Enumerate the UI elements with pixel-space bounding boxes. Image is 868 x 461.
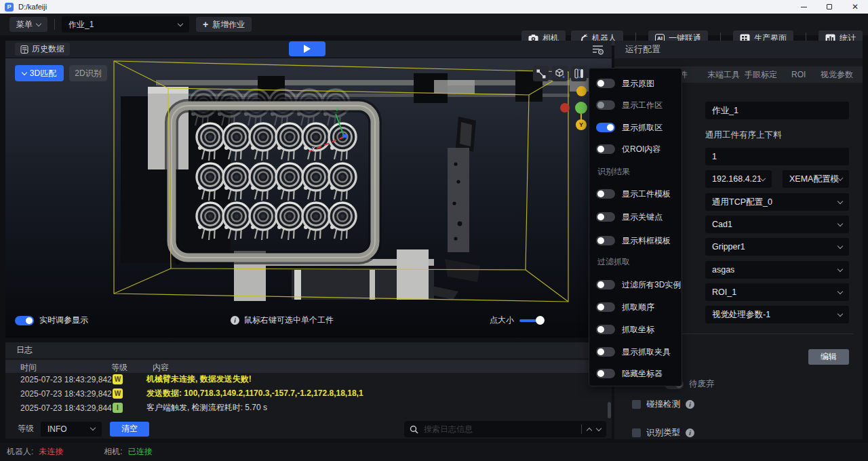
slider-thumb[interactable] (536, 316, 545, 325)
status-bar: 机器人: 未连接 相机: 已连接 (0, 443, 868, 461)
workpiece-coils (197, 123, 356, 240)
play-button[interactable] (289, 41, 326, 56)
gizmo-axis-dot[interactable] (560, 103, 570, 113)
collision-checkbox[interactable] (632, 400, 641, 409)
recognition-type-checkbox[interactable] (632, 428, 641, 437)
log-row[interactable]: 2025-07-23 18:43:29,844 I 客户端触发, 检测流程耗时:… (5, 401, 602, 415)
tab-hand-eye-calibration[interactable]: 手眼标定 (745, 69, 777, 81)
mode-2d-recognition-label: 2D识别 (75, 68, 101, 79)
toggle-row: 抓取坐标 (596, 323, 654, 336)
run-config-title: 运行配置 (625, 43, 660, 56)
show-bin-template-toggle[interactable] (596, 236, 615, 245)
camera-status-label: 相机: (104, 446, 122, 458)
next-match-button[interactable] (596, 425, 601, 430)
add-cube-button[interactable] (552, 66, 568, 81)
tcp-config-select[interactable]: 通用TCP配置_0 (705, 193, 849, 211)
show-grasp-region-toggle[interactable] (596, 123, 615, 132)
search-icon (410, 425, 418, 434)
display-settings-button[interactable] (591, 43, 605, 58)
realtime-tuning-label: 实时调参显示 (39, 315, 88, 326)
mode-3d-match-button[interactable]: 3D匹配 (15, 65, 64, 81)
gizmo-axis-dot[interactable] (576, 86, 587, 96)
recognition-type-label: 识别类型 (646, 427, 680, 439)
log-content: 发送数据: 100,718.3,149.2,1170.3,-157.7,-1.2… (146, 388, 363, 399)
tab-roi[interactable]: ROI (791, 70, 806, 79)
prev-match-button[interactable] (587, 427, 592, 433)
measure-tool-button[interactable] (533, 66, 549, 81)
ip-select[interactable]: 192.168.4.211 (705, 170, 772, 188)
info-icon[interactable]: i (686, 400, 694, 409)
warning-badge: W (113, 388, 123, 399)
edit-button[interactable]: 编辑 (808, 349, 849, 365)
chevron-down-icon (90, 425, 96, 430)
show-gripper-toggle[interactable] (596, 347, 615, 357)
log-scrollbar[interactable] (608, 402, 611, 418)
gizmo-y-axis-dot[interactable]: Y (576, 119, 587, 130)
history-data-label: 历史数据 (32, 43, 64, 55)
chevron-down-icon (837, 198, 843, 203)
roi-select[interactable]: ROI_1 (705, 283, 849, 301)
gripper-select[interactable]: Gripper1 (705, 238, 849, 256)
show-part-template-toggle[interactable] (596, 189, 615, 199)
mirror-view-button[interactable] (571, 66, 587, 81)
cad-select[interactable]: Cad1 (705, 216, 849, 233)
svg-text:Y: Y (335, 106, 339, 113)
job-name-input[interactable]: 作业_1 (705, 102, 849, 119)
tcp-config-value: 通用TCP配置_0 (712, 197, 772, 208)
log-row[interactable]: 2025-07-23 18:43:29,842 W 机械臂未连接, 数据发送失败… (5, 372, 602, 386)
window-title: D:/kafeiji (18, 3, 47, 11)
toggle-row: 显示抓取区 (596, 121, 663, 134)
tab-end-tool[interactable]: 末端工具 (707, 69, 740, 81)
count-input[interactable]: 1 (705, 148, 849, 165)
mode-2d-recognition-button[interactable]: 2D识别 (69, 65, 107, 81)
clear-log-button[interactable]: 清空 (110, 422, 149, 437)
gizmo-axis-dot[interactable] (575, 102, 587, 114)
close-button[interactable]: ✕ (842, 0, 868, 14)
chevron-down-icon (178, 20, 183, 26)
minimize-button[interactable] (791, 0, 816, 14)
hide-axes-toggle[interactable] (596, 369, 615, 378)
chevron-down-icon (837, 243, 843, 248)
realtime-tuning-row: 实时调参显示 (15, 315, 88, 326)
recognition-results-header: 识别结果 (597, 166, 630, 178)
material-value: asgas (712, 265, 734, 275)
roi-only-toggle[interactable] (596, 144, 615, 154)
log-row[interactable]: 2025-07-23 18:43:29,842 W 发送数据: 100,718.… (5, 386, 602, 401)
show-original-toggle[interactable] (596, 79, 615, 88)
vision-param-select[interactable]: 视觉处理参数-1 (705, 306, 849, 323)
log-search-box (404, 421, 606, 437)
plus-icon: + (203, 20, 208, 29)
chevron-down-icon (760, 175, 766, 180)
point-size-slider[interactable] (519, 319, 594, 322)
job-select[interactable]: 作业_1 (62, 16, 189, 33)
chevron-down-icon (837, 310, 843, 316)
job-select-value: 作业_1 (68, 19, 94, 31)
warning-badge: W (113, 374, 123, 384)
realtime-tuning-toggle[interactable] (15, 316, 34, 325)
vision-param-value: 视觉处理参数-1 (712, 309, 770, 321)
svg-text:x: x (312, 145, 315, 152)
info-icon[interactable]: i (686, 428, 694, 437)
maximize-icon (827, 4, 832, 9)
log-time: 2025-07-23 18:43:29,844 (20, 403, 112, 413)
filter-3d-instances-toggle[interactable] (596, 280, 615, 289)
log-search-input[interactable] (424, 424, 576, 434)
level-value: INFO (47, 424, 67, 434)
toggle-row: 显示抓取夹具 (596, 345, 671, 359)
maximize-button[interactable] (816, 0, 842, 14)
grasp-order-toggle[interactable] (596, 302, 615, 312)
material-select[interactable]: asgas (705, 261, 849, 279)
add-job-button[interactable]: + 新增作业 (196, 17, 252, 32)
grasp-coords-toggle[interactable] (596, 325, 615, 334)
camera-template-select[interactable]: XEMA配置模板- (783, 170, 849, 188)
add-job-label: 新增作业 (212, 19, 245, 31)
menu-button[interactable]: 菜单 (9, 17, 47, 32)
cube-plus-icon (555, 68, 565, 79)
point-cloud-scene[interactable]: Y x (5, 58, 612, 338)
level-select[interactable]: INFO (41, 422, 102, 437)
show-keypoints-toggle[interactable] (596, 212, 615, 222)
toggle-row: 显示工件模板 (596, 187, 671, 201)
history-data-button[interactable]: 历史数据 (15, 43, 70, 56)
show-workspace-toggle[interactable] (596, 100, 615, 110)
tab-vision-params[interactable]: 视觉参数 (821, 69, 853, 81)
